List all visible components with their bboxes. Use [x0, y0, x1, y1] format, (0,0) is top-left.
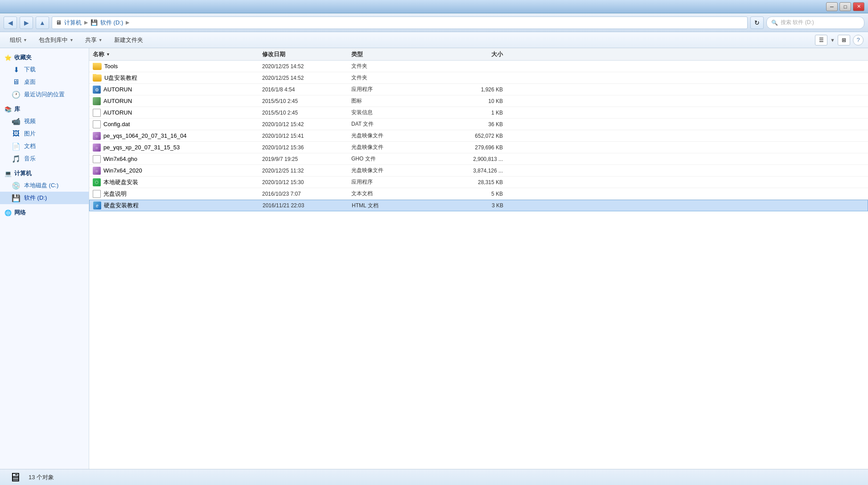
column-name[interactable]: 名称 ▼: [93, 50, 262, 58]
back-button[interactable]: ◀: [4, 16, 17, 29]
file-name-cell: pe_yqs_xp_20_07_31_15_53: [93, 144, 262, 152]
status-icon: 🖥: [7, 469, 23, 485]
file-name: 本地硬盘安装: [103, 178, 138, 186]
table-row[interactable]: 光盘说明 2016/10/23 7:07 文本文档 5 KB: [89, 188, 868, 200]
table-row[interactable]: AUTORUN 2015/5/10 2:45 安装信息 1 KB: [89, 107, 868, 119]
sidebar-item-desktop[interactable]: 🖥 桌面: [0, 76, 89, 88]
file-name: Win7x64.gho: [103, 156, 137, 162]
downloads-icon: ⬇: [12, 65, 21, 74]
file-type: 光盘映像文件: [351, 132, 432, 140]
file-type: 图标: [351, 97, 432, 105]
iso-icon: [93, 132, 101, 140]
file-date: 2016/10/23 7:07: [262, 191, 351, 197]
table-row[interactable]: AUTORUN 2015/5/10 2:45 图标 10 KB: [89, 95, 868, 107]
column-type[interactable]: 类型: [351, 50, 432, 58]
organize-button[interactable]: 组织 ▼: [4, 34, 33, 46]
computer-section: 💻 计算机 💿 本地磁盘 (C:) 💾 软件 (D:): [0, 168, 89, 204]
search-bar[interactable]: 🔍 搜索 软件 (D:): [766, 16, 864, 29]
breadcrumb-drive[interactable]: 软件 (D:): [100, 19, 123, 27]
file-type: 应用程序: [351, 86, 432, 93]
computer-label: 计算机: [14, 169, 32, 177]
folder-icon: [93, 63, 102, 70]
new-folder-button[interactable]: 新建文件夹: [109, 34, 148, 46]
view-button[interactable]: ☰: [815, 35, 827, 45]
sidebar-item-d-drive[interactable]: 💾 软件 (D:): [0, 192, 89, 204]
share-button[interactable]: 共享 ▼: [80, 34, 108, 46]
network-header[interactable]: 🌐 网络: [0, 207, 89, 218]
close-button[interactable]: ✕: [853, 2, 864, 11]
help-button[interactable]: ?: [853, 35, 864, 45]
sidebar-item-recent[interactable]: 🕐 最近访问的位置: [0, 88, 89, 101]
sidebar-item-music[interactable]: 🎵 音乐: [0, 152, 89, 165]
sidebar-item-c-drive[interactable]: 💿 本地磁盘 (C:): [0, 179, 89, 192]
computer-icon: 🖥: [56, 19, 62, 26]
refresh-button[interactable]: ↻: [750, 16, 764, 29]
column-size[interactable]: 大小: [432, 50, 503, 58]
txt-icon: [93, 190, 101, 198]
file-name-cell: 光盘说明: [93, 190, 262, 198]
favorites-section: ⭐ 收藏夹 ⬇ 下载 🖥 桌面 🕐 最近访问的位置: [0, 52, 89, 101]
file-name-cell: 本地硬盘安装: [93, 178, 262, 186]
table-row[interactable]: Win7x64.gho 2019/9/7 19:25 GHO 文件 2,900,…: [89, 153, 868, 165]
file-name: Config.dat: [103, 121, 130, 127]
up-button[interactable]: ▲: [36, 16, 49, 29]
dat-icon: [93, 120, 101, 128]
sidebar-item-pictures[interactable]: 🖼 图片: [0, 127, 89, 140]
file-type: 文件夹: [351, 62, 432, 70]
file-name-cell: Win7x64.gho: [93, 155, 262, 163]
sidebar: ⭐ 收藏夹 ⬇ 下载 🖥 桌面 🕐 最近访问的位置 📚 库 �: [0, 48, 89, 469]
file-name-cell: Tools: [93, 63, 262, 70]
maximize-button[interactable]: □: [839, 2, 851, 11]
html-icon: [93, 201, 101, 210]
folder-icon: [93, 74, 102, 82]
iso-icon: [93, 144, 101, 152]
favorites-label: 收藏夹: [14, 53, 32, 62]
new-folder-label: 新建文件夹: [114, 36, 143, 44]
include-library-button[interactable]: 包含到库中 ▼: [33, 34, 79, 46]
table-row[interactable]: pe_yqs_1064_20_07_31_16_04 2020/10/12 15…: [89, 130, 868, 142]
forward-button[interactable]: ▶: [20, 16, 33, 29]
network-icon: 🌐: [4, 210, 12, 216]
documents-icon: 📄: [12, 142, 21, 151]
main-layout: ⭐ 收藏夹 ⬇ 下载 🖥 桌面 🕐 最近访问的位置 📚 库 �: [0, 48, 868, 469]
file-name-cell: pe_yqs_1064_20_07_31_16_04: [93, 132, 262, 140]
file-name: Win7x64_2020: [103, 167, 142, 174]
table-row[interactable]: Config.dat 2020/10/12 15:42 DAT 文件 36 KB: [89, 119, 868, 130]
table-row[interactable]: 本地硬盘安装 2020/10/12 15:30 应用程序 28,315 KB: [89, 177, 868, 188]
exe-icon: [93, 86, 101, 94]
table-row[interactable]: 硬盘安装教程 2016/11/21 22:03 HTML 文档 3 KB: [89, 200, 868, 211]
computer-header[interactable]: 💻 计算机: [0, 168, 89, 179]
file-size: 2,900,813 ...: [432, 156, 503, 162]
table-row[interactable]: U盘安装教程 2020/12/25 14:52 文件夹: [89, 72, 868, 84]
share-label: 共享: [85, 36, 97, 44]
file-name: AUTORUN: [103, 98, 132, 104]
column-modified[interactable]: 修改日期: [262, 50, 351, 58]
file-date: 2015/5/10 2:45: [262, 110, 351, 116]
table-row[interactable]: pe_yqs_xp_20_07_31_15_53 2020/10/12 15:3…: [89, 142, 868, 153]
table-row[interactable]: AUTORUN 2016/1/8 4:54 应用程序 1,926 KB: [89, 84, 868, 95]
file-type: HTML 文档: [352, 202, 432, 210]
file-date: 2016/11/21 22:03: [263, 202, 352, 209]
breadcrumb-computer[interactable]: 计算机: [64, 19, 82, 27]
title-bar: ─ □ ✕: [0, 0, 868, 13]
sidebar-item-downloads[interactable]: ⬇ 下载: [0, 63, 89, 76]
sidebar-item-videos[interactable]: 📹 视频: [0, 115, 89, 127]
file-type: 应用程序: [351, 178, 432, 186]
music-label: 音乐: [24, 155, 36, 163]
file-type: 光盘映像文件: [351, 144, 432, 151]
file-name: U盘安装教程: [104, 74, 137, 82]
preview-button[interactable]: ⊞: [838, 35, 850, 45]
library-header[interactable]: 📚 库: [0, 103, 89, 115]
documents-label: 文档: [24, 142, 36, 150]
favorites-icon: ⭐: [4, 54, 12, 61]
sidebar-item-documents[interactable]: 📄 文档: [0, 140, 89, 152]
minimize-button[interactable]: ─: [826, 2, 838, 11]
gho-icon: [93, 155, 101, 163]
dat-icon: [93, 109, 101, 117]
favorites-header[interactable]: ⭐ 收藏夹: [0, 52, 89, 63]
library-icon: 📚: [4, 106, 12, 113]
organize-label: 组织: [10, 36, 21, 44]
table-row[interactable]: Tools 2020/12/25 14:52 文件夹: [89, 61, 868, 72]
table-row[interactable]: Win7x64_2020 2020/12/25 11:32 光盘映像文件 3,8…: [89, 165, 868, 177]
column-headers: 名称 ▼ 修改日期 类型 大小: [89, 48, 868, 61]
